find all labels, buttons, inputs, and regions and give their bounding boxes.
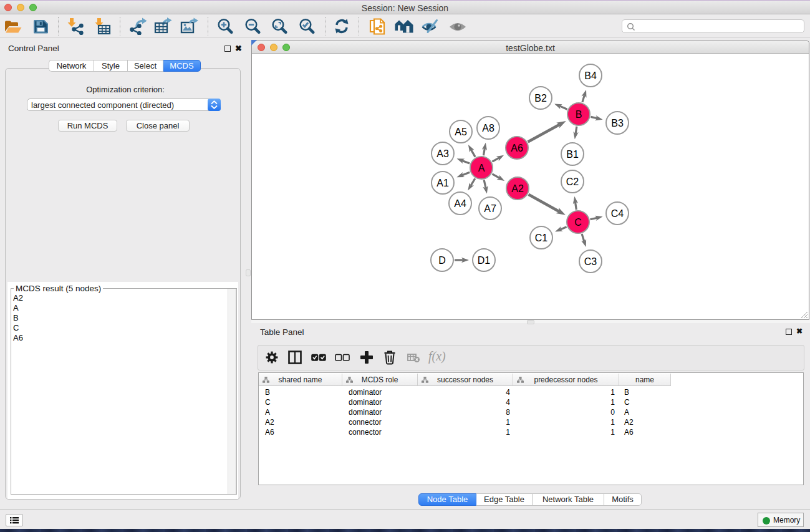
svg-text:C1: C1 (535, 233, 548, 243)
svg-text:A7: A7 (484, 203, 496, 214)
svg-text:C3: C3 (584, 256, 597, 267)
svg-text:A4: A4 (454, 198, 466, 209)
svg-text:A5: A5 (455, 127, 467, 137)
svg-text:B1: B1 (566, 149, 579, 160)
svg-text:A1: A1 (436, 178, 449, 188)
svg-text:C: C (574, 217, 582, 228)
svg-text:B2: B2 (534, 93, 547, 104)
svg-text:A6: A6 (511, 143, 523, 153)
svg-text:f(x): f(x) (428, 350, 446, 364)
svg-text:D1: D1 (478, 255, 491, 266)
svg-text:B4: B4 (584, 70, 597, 81)
svg-text:A2: A2 (511, 183, 524, 194)
svg-text:C4: C4 (611, 208, 624, 219)
svg-text:A8: A8 (482, 123, 494, 133)
svg-text:B: B (576, 109, 582, 120)
svg-text:D: D (438, 255, 446, 266)
svg-text:B3: B3 (611, 118, 624, 128)
svg-text:A3: A3 (436, 148, 449, 159)
svg-text:A: A (478, 163, 485, 173)
svg-text:C2: C2 (566, 177, 579, 187)
